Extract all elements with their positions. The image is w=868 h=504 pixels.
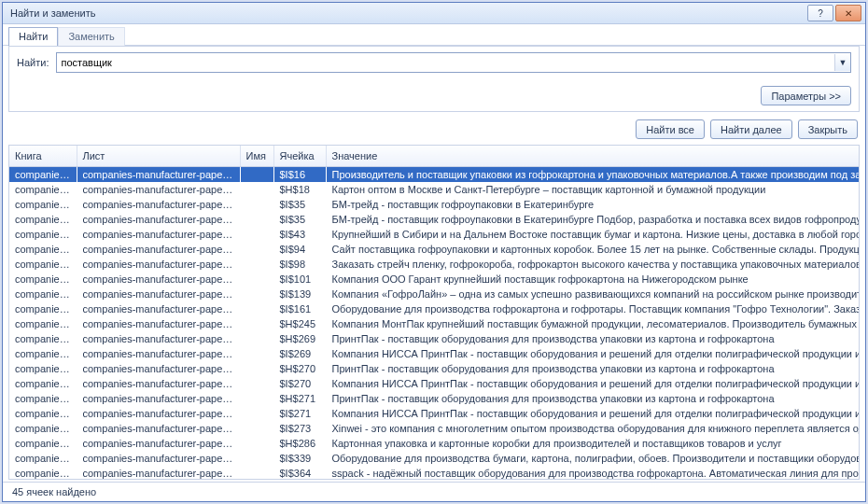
table-row[interactable]: companies...companies-manufacturer-paper… [9,421,859,436]
cell-cell: $I$98 [273,257,326,272]
col-sheet[interactable]: Лист [77,146,240,167]
cell-value: ПринтПак - поставщик оборудования для пр… [326,391,859,406]
titlebar[interactable]: Найти и заменить ? ✕ [3,3,865,24]
table-row[interactable]: companies...companies-manufacturer-paper… [9,197,859,212]
table-row[interactable]: companies...companies-manufacturer-paper… [9,346,859,361]
table-row[interactable]: companies...companies-manufacturer-paper… [9,242,859,257]
table-row[interactable]: companies...companies-manufacturer-paper… [9,406,859,421]
find-next-button[interactable]: Найти далее [710,119,792,139]
find-combo[interactable]: ▼ [56,52,851,73]
cell-sheet: companies-manufacturer-paper-pa [77,182,240,197]
cell-sheet: companies-manufacturer-paper-pa [77,167,240,183]
options-button[interactable]: Параметры >> [761,86,851,105]
table-row[interactable]: companies...companies-manufacturer-paper… [9,331,859,346]
find-input[interactable] [57,54,834,71]
cell-value: ПринтПак - поставщик оборудования для пр… [326,331,859,346]
col-value[interactable]: Значение [326,146,859,167]
find-all-button[interactable]: Найти все [636,119,705,139]
cell-value: БМ-трейд - поставщик гофроупаковки в Ека… [326,212,859,227]
cell-sheet: companies-manufacturer-paper-pa [77,197,240,212]
cell-book: companies... [9,227,77,242]
find-panel: Найти: ▼ Параметры >> [8,46,860,112]
col-cell[interactable]: Ячейка [273,146,326,167]
table-row[interactable]: companies...companies-manufacturer-paper… [9,301,859,316]
table-row[interactable]: companies...companies-manufacturer-paper… [9,167,859,183]
cell-value: Картон оптом в Москве и Санкт-Петербурге… [326,182,859,197]
cell-sheet: companies-manufacturer-paper-pa [77,287,240,301]
cell-book: companies... [9,466,77,479]
cell-name [240,361,273,376]
table-row[interactable]: companies...companies-manufacturer-paper… [9,466,859,479]
cell-sheet: companies-manufacturer-paper-pa [77,227,240,242]
table-row[interactable]: companies...companies-manufacturer-paper… [9,391,859,406]
cell-value: Компания МонтПак крупнейший поставщик бу… [326,316,859,331]
table-row[interactable]: companies...companies-manufacturer-paper… [9,272,859,287]
results-grid[interactable]: Книга Лист Имя Ячейка Значение companies… [9,146,859,479]
cell-value: Компания ООО Гарант крупнейший поставщик… [326,272,859,287]
cell-book: companies... [9,301,77,316]
cell-value: Сайт поставщика гофроупаковки и картонны… [326,242,859,257]
cell-value: Компания НИССА ПринтПак - поставщик обор… [326,406,859,421]
cell-name [240,466,273,479]
cell-name [240,451,273,466]
cell-book: companies... [9,451,77,466]
cell-sheet: companies-manufacturer-paper-pa [77,376,240,391]
cell-name [240,242,273,257]
cell-value: Xinwei - это компания с многолетним опыт… [326,421,859,436]
help-button[interactable]: ? [807,5,833,21]
cell-value: Заказать стрейч пленку, гофрокороба, гоф… [326,257,859,272]
table-row[interactable]: companies...companies-manufacturer-paper… [9,212,859,227]
table-row[interactable]: companies...companies-manufacturer-paper… [9,376,859,391]
cell-cell: $I$339 [273,451,326,466]
table-row[interactable]: companies...companies-manufacturer-paper… [9,436,859,451]
chevron-down-icon[interactable]: ▼ [834,54,850,71]
tab-strip: Найти Заменить [3,24,865,46]
results-panel: Книга Лист Имя Ячейка Значение companies… [8,145,860,480]
tab-replace[interactable]: Заменить [58,27,124,46]
cell-value: Компания НИССА ПринтПак - поставщик обор… [326,376,859,391]
cell-sheet: companies-manufacturer-paper-pa [77,346,240,361]
table-row[interactable]: companies...companies-manufacturer-paper… [9,182,859,197]
cell-book: companies... [9,242,77,257]
cell-cell: $H$269 [273,331,326,346]
cell-value: Оборудование для производства бумаги, ка… [326,451,859,466]
cell-book: companies... [9,436,77,451]
cell-name [240,331,273,346]
cell-value: БМ-трейд - поставщик гофроупаковки в Ека… [326,197,859,212]
cell-name [240,257,273,272]
cell-name [240,272,273,287]
cell-book: companies... [9,391,77,406]
col-name[interactable]: Имя [240,146,273,167]
cell-value: Производитель и поставщик упаковки из го… [326,167,859,183]
cell-sheet: companies-manufacturer-paper-pa [77,272,240,287]
cell-value: sspack - надёжный поставщик оборудования… [326,466,859,479]
cell-cell: $H$18 [273,182,326,197]
cell-sheet: companies-manufacturer-paper-pa [77,421,240,436]
close-window-button[interactable]: ✕ [835,5,861,21]
cell-name [240,227,273,242]
table-row[interactable]: companies...companies-manufacturer-paper… [9,257,859,272]
cell-cell: $I$161 [273,301,326,316]
cell-cell: $I$16 [273,167,326,183]
cell-cell: $I$101 [273,272,326,287]
table-row[interactable]: companies...companies-manufacturer-paper… [9,316,859,331]
close-button[interactable]: Закрыть [798,119,858,139]
window-title: Найти и заменить [7,7,805,19]
cell-sheet: companies-manufacturer-paper-pa [77,451,240,466]
cell-sheet: companies-manufacturer-paper-pa [77,242,240,257]
cell-value: Компания НИССА ПринтПак - поставщик обор… [326,346,859,361]
table-row[interactable]: companies...companies-manufacturer-paper… [9,287,859,301]
cell-book: companies... [9,361,77,376]
tab-find[interactable]: Найти [8,27,58,46]
cell-value: Крупнейший в Сибири и на Дальнем Востоке… [326,227,859,242]
cell-name [240,421,273,436]
cell-book: companies... [9,287,77,301]
cell-cell: $I$43 [273,227,326,242]
cell-cell: $I$270 [273,376,326,391]
cell-sheet: companies-manufacturer-paper-pa [77,301,240,316]
cell-name [240,301,273,316]
table-row[interactable]: companies...companies-manufacturer-paper… [9,451,859,466]
table-row[interactable]: companies...companies-manufacturer-paper… [9,227,859,242]
table-row[interactable]: companies...companies-manufacturer-paper… [9,361,859,376]
col-book[interactable]: Книга [9,146,77,167]
